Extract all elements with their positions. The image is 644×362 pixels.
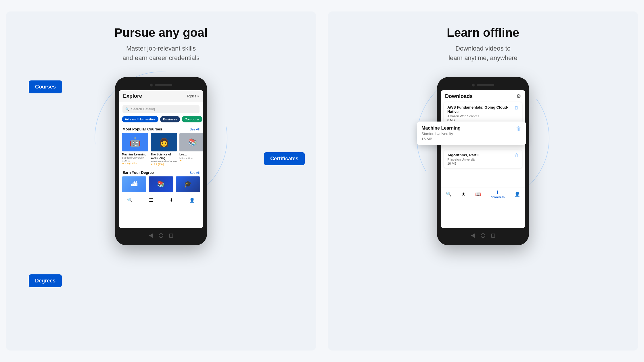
phone1-camera xyxy=(150,84,153,86)
android-home-btn[interactable] xyxy=(159,233,163,238)
course-img-3: 📚 xyxy=(179,133,203,151)
nav-saved-icon: ☰ xyxy=(149,197,153,203)
android-back-btn-2[interactable] xyxy=(471,233,475,238)
nav2-courses[interactable]: 📖 xyxy=(475,191,481,197)
phone1-bottom-bar xyxy=(119,230,203,241)
panel2-subtitle: Download videos tolearn anytime, anywher… xyxy=(448,44,518,63)
phone1-top-bar xyxy=(119,81,203,89)
cat-business[interactable]: Business xyxy=(160,116,180,122)
earn-degree-title: Earn Your Degree xyxy=(122,170,154,175)
downloads-title: Downloads xyxy=(445,93,473,99)
callout-courses: Courses xyxy=(29,80,62,93)
screen1-header: Explore Topics ▾ xyxy=(119,90,203,102)
nav-saved[interactable]: ☰ xyxy=(149,197,153,203)
nav-profile-icon: 👤 xyxy=(189,197,195,203)
nav2-profile[interactable]: 👤 xyxy=(514,191,520,197)
gear-icon[interactable]: ⚙ xyxy=(516,93,521,99)
course-name-1: Machine Learning xyxy=(122,153,148,156)
phone2-screen: Downloads ⚙ AWS Fundamentals: Going Clou… xyxy=(441,90,525,228)
trash-icon-2[interactable]: 🗑 xyxy=(516,126,522,132)
courses-row: 🤖 Machine Learning Stanford University C… xyxy=(119,133,203,169)
nav-downloads-1[interactable]: ⬇ xyxy=(169,197,173,203)
android-home-btn-2[interactable] xyxy=(481,233,485,238)
see-all-popular[interactable]: See All xyxy=(190,128,200,131)
dl-name-2: Machine Learning xyxy=(421,126,461,131)
nav2-search-icon: 🔍 xyxy=(446,191,452,197)
course-provider-1: Stanford University Course xyxy=(122,156,148,162)
nav2-book-icon: 📖 xyxy=(475,191,481,197)
search-bar[interactable]: 🔍 Search Catalog xyxy=(122,105,200,113)
android-back-btn[interactable] xyxy=(149,233,153,238)
phone2-top-bar xyxy=(441,81,525,89)
nav-search-icon: 🔍 xyxy=(127,197,133,203)
course-card-3[interactable]: 📚 Lea... Mc... Cou... ★ xyxy=(179,133,203,166)
categories-row: Arts and Humanities Business Computer xyxy=(119,116,203,125)
dl-size-3: 16 MB xyxy=(447,162,478,165)
search-icon: 🔍 xyxy=(125,107,129,111)
course-img-2: 👩 xyxy=(151,133,177,151)
callout-degrees: Degrees xyxy=(29,274,62,287)
phone1-screen: Explore Topics ▾ 🔍 Search Catalog Arts a… xyxy=(119,90,203,228)
screen2-header: Downloads ⚙ xyxy=(441,90,525,102)
nav2-download-label: Downloads xyxy=(491,196,505,199)
nav-profile-1[interactable]: 👤 xyxy=(189,197,195,203)
trash-icon-1[interactable]: 🗑 xyxy=(514,105,519,110)
see-all-degree[interactable]: See All xyxy=(190,171,200,174)
cat-computer[interactable]: Computer xyxy=(182,116,202,122)
course-rating-1: ★ 4.9 (150k) xyxy=(122,162,148,165)
panel1-subtitle: Master job-relevant skillsand earn caree… xyxy=(122,44,200,63)
cat-arts[interactable]: Arts and Humanities xyxy=(122,116,158,122)
android-recents-btn[interactable] xyxy=(169,234,173,238)
dl-provider-1: Amazon Web Services xyxy=(447,114,514,118)
callout-certificates: Certificates xyxy=(264,152,305,165)
dl-size-2: 16 MB xyxy=(421,137,461,141)
course-rating-3: ★ xyxy=(179,159,203,162)
phone2-speaker xyxy=(477,84,494,86)
earn-degree-header: Earn Your Degree See All xyxy=(119,169,203,176)
download-item-2-floating[interactable]: Machine Learning Stanford University 16 … xyxy=(417,122,526,145)
nav2-downloads[interactable]: ⬇ Downloads xyxy=(491,190,505,199)
dl-provider-2: Stanford University xyxy=(421,132,461,136)
dl-info-3: Algorithms, Part I Princeton University … xyxy=(447,153,478,165)
phone-1: Explore Topics ▾ 🔍 Search Catalog Arts a… xyxy=(115,77,207,245)
degree-img-3[interactable]: 🎓 xyxy=(176,176,200,192)
course-provider-3: Mc... Cou... xyxy=(179,156,203,159)
phone1-nav: 🔍 ☰ ⬇ 👤 xyxy=(119,195,203,204)
course-rating-2: ★ 4.9 (23k) xyxy=(151,163,177,166)
screen1-title: Explore xyxy=(123,93,142,99)
panel2-title: Learn offline xyxy=(447,26,519,40)
degree-img-2[interactable]: 📚 xyxy=(149,176,173,192)
phone2-nav: 🔍 ★ 📖 ⬇ Downloads 👤 xyxy=(441,188,525,200)
course-provider-2: Yale University Course xyxy=(151,160,177,163)
course-name-3: Lea... xyxy=(179,153,203,156)
dl-name-1: AWS Fundamentals: Going Cloud-Native xyxy=(447,105,514,114)
course-card-2[interactable]: 👩 The Science of Well-Being Yale Univers… xyxy=(151,133,177,166)
panel1-title: Pursue any goal xyxy=(114,26,208,40)
nav-download-icon: ⬇ xyxy=(169,197,173,203)
course-img-1: 🤖 xyxy=(122,133,148,151)
topics-button[interactable]: Topics ▾ xyxy=(187,94,199,98)
nav2-download-icon: ⬇ xyxy=(496,190,499,195)
most-popular-title: Most Popular Courses xyxy=(122,127,162,131)
phone1-speaker xyxy=(155,84,172,86)
course-name-2: The Science of Well-Being xyxy=(151,153,177,160)
nav2-star-icon: ★ xyxy=(461,191,465,197)
dl-provider-3: Princeton University xyxy=(447,158,478,161)
nav2-saved[interactable]: ★ xyxy=(461,191,465,197)
trash-icon-3[interactable]: 🗑 xyxy=(514,153,519,158)
dl-name-3: Algorithms, Part I xyxy=(447,153,478,157)
phone2-camera xyxy=(472,84,475,86)
download-item-3[interactable]: Algorithms, Part I Princeton University … xyxy=(444,150,522,168)
most-popular-header: Most Popular Courses See All xyxy=(119,125,203,133)
phone-2: Downloads ⚙ AWS Fundamentals: Going Clou… xyxy=(437,77,529,245)
nav2-search[interactable]: 🔍 xyxy=(446,191,452,197)
degree-img-1[interactable]: 🏙 xyxy=(122,176,146,192)
android-recents-btn-2[interactable] xyxy=(491,234,495,238)
course-card-1[interactable]: 🤖 Machine Learning Stanford University C… xyxy=(122,133,148,166)
phone2-bottom-bar xyxy=(441,230,525,241)
nav-search[interactable]: 🔍 xyxy=(127,197,133,203)
degrees-row: 🏙 📚 🎓 xyxy=(119,176,203,195)
dl-info-2: Machine Learning Stanford University 16 … xyxy=(421,126,461,141)
screen-space xyxy=(441,170,525,188)
nav2-profile-icon: 👤 xyxy=(514,191,520,197)
